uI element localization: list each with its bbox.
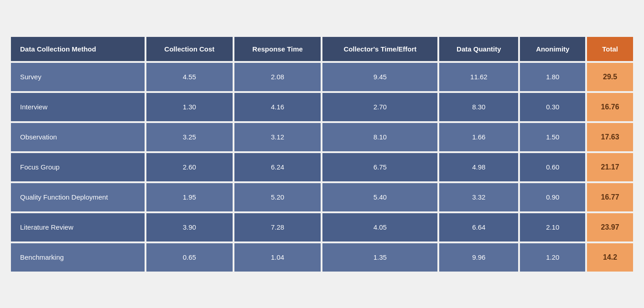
cell-anonimity-4: 0.90 — [520, 183, 585, 211]
cell-cost-0: 4.55 — [146, 63, 233, 91]
cell-collector-2: 8.10 — [322, 123, 437, 151]
cell-response-1: 4.16 — [234, 93, 321, 121]
cell-total-3: 21.17 — [587, 153, 633, 181]
cell-anonimity-1: 0.30 — [520, 93, 585, 121]
cell-response-6: 1.04 — [234, 243, 321, 272]
cell-cost-5: 3.90 — [146, 213, 233, 241]
cell-quantity-5: 6.64 — [439, 213, 518, 241]
cell-quantity-2: 1.66 — [439, 123, 518, 151]
cell-anonimity-0: 1.80 — [520, 63, 585, 91]
column-header-collector: Collector's Time/Effort — [322, 37, 437, 61]
table-row: Literature Review3.907.284.056.642.1023.… — [11, 213, 633, 241]
cell-collector-5: 4.05 — [322, 213, 437, 241]
cell-response-2: 3.12 — [234, 123, 321, 151]
column-header-cost: Collection Cost — [146, 37, 233, 61]
table-row: Focus Group2.606.246.754.980.6021.17 — [11, 153, 633, 181]
column-header-quantity: Data Quantity — [439, 37, 518, 61]
cell-method-5: Literature Review — [11, 213, 145, 241]
cell-total-4: 16.77 — [587, 183, 633, 211]
cell-anonimity-6: 1.20 — [520, 243, 585, 272]
cell-cost-6: 0.65 — [146, 243, 233, 272]
cell-collector-3: 6.75 — [322, 153, 437, 181]
cell-collector-0: 9.45 — [322, 63, 437, 91]
cell-quantity-0: 11.62 — [439, 63, 518, 91]
cell-quantity-6: 9.96 — [439, 243, 518, 272]
column-header-method: Data Collection Method — [11, 37, 145, 61]
cell-response-5: 7.28 — [234, 213, 321, 241]
cell-cost-2: 3.25 — [146, 123, 233, 151]
cell-total-2: 17.63 — [587, 123, 633, 151]
data-collection-table: Data Collection MethodCollection CostRes… — [9, 35, 635, 273]
cell-cost-1: 1.30 — [146, 93, 233, 121]
table-row: Observation3.253.128.101.661.5017.63 — [11, 123, 633, 151]
table-row: Benchmarking0.651.041.359.961.2014.2 — [11, 243, 633, 272]
cell-response-4: 5.20 — [234, 183, 321, 211]
table-row: Interview1.304.162.708.300.3016.76 — [11, 93, 633, 121]
cell-anonimity-5: 2.10 — [520, 213, 585, 241]
cell-quantity-4: 3.32 — [439, 183, 518, 211]
cell-response-3: 6.24 — [234, 153, 321, 181]
cell-total-0: 29.5 — [587, 63, 633, 91]
cell-method-4: Quality Function Deployment — [11, 183, 145, 211]
column-header-response: Response Time — [234, 37, 321, 61]
cell-quantity-1: 8.30 — [439, 93, 518, 121]
cell-total-6: 14.2 — [587, 243, 633, 272]
cell-anonimity-3: 0.60 — [520, 153, 585, 181]
cell-method-1: Interview — [11, 93, 145, 121]
cell-method-3: Focus Group — [11, 153, 145, 181]
column-header-total: Total — [587, 37, 633, 61]
cell-method-6: Benchmarking — [11, 243, 145, 272]
cell-total-5: 23.97 — [587, 213, 633, 241]
table-row: Survey4.552.089.4511.621.8029.5 — [11, 63, 633, 91]
cell-collector-4: 5.40 — [322, 183, 437, 211]
table-container: Data Collection MethodCollection CostRes… — [0, 26, 644, 282]
cell-anonimity-2: 1.50 — [520, 123, 585, 151]
cell-quantity-3: 4.98 — [439, 153, 518, 181]
cell-total-1: 16.76 — [587, 93, 633, 121]
table-row: Quality Function Deployment1.955.205.403… — [11, 183, 633, 211]
cell-collector-1: 2.70 — [322, 93, 437, 121]
cell-cost-3: 2.60 — [146, 153, 233, 181]
cell-response-0: 2.08 — [234, 63, 321, 91]
cell-collector-6: 1.35 — [322, 243, 437, 272]
column-header-anonimity: Anonimity — [520, 37, 585, 61]
cell-method-2: Observation — [11, 123, 145, 151]
cell-cost-4: 1.95 — [146, 183, 233, 211]
cell-method-0: Survey — [11, 63, 145, 91]
